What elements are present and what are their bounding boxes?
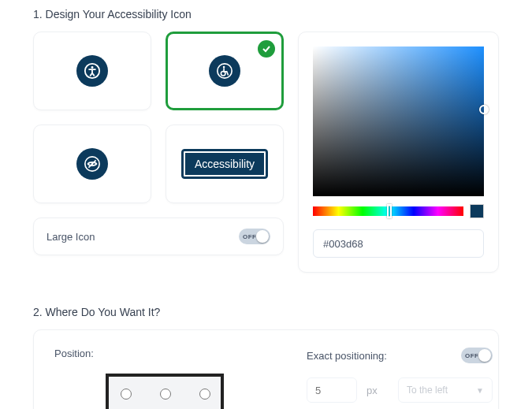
svg-point-4 [221, 71, 225, 76]
toggle-state: OFF [243, 233, 257, 240]
hex-input[interactable] [313, 229, 484, 258]
accessibility-text-button: Accessibility [181, 149, 268, 179]
svg-point-3 [223, 66, 225, 69]
svg-point-2 [218, 64, 232, 78]
person-icon [76, 55, 108, 87]
position-grid-frame [106, 374, 224, 409]
exact-row-0: px To the left ▼ [307, 377, 493, 403]
sv-cursor[interactable] [479, 105, 489, 114]
exact-positioning-toggle[interactable]: OFF [461, 348, 493, 363]
section-2-title: 2. Where Do You Want It? [33, 306, 499, 318]
chevron-down-icon: ▼ [476, 386, 484, 395]
pos-radio-1[interactable] [160, 389, 171, 400]
icon-grid: Accessibility [33, 32, 284, 203]
svg-point-1 [91, 66, 94, 69]
wheelchair-icon [209, 55, 240, 87]
saturation-value-area[interactable] [313, 46, 484, 196]
color-swatch [470, 204, 484, 218]
large-icon-row: Large Icon OFF [33, 218, 284, 255]
large-icon-toggle[interactable]: OFF [239, 229, 270, 244]
pos-radio-2[interactable] [199, 389, 210, 400]
color-picker-panel [298, 32, 499, 273]
hue-cursor[interactable] [387, 204, 392, 218]
toggle-state: OFF [465, 352, 479, 359]
icon-option-wheelchair[interactable] [166, 32, 284, 110]
icon-option-eye-slash[interactable] [33, 125, 151, 203]
hue-slider[interactable] [313, 206, 463, 216]
icon-option-person[interactable] [33, 32, 151, 110]
offset-unit-0: px [366, 385, 389, 396]
section-1-title: 1. Design Your Accessibility Icon [33, 8, 499, 20]
eye-slash-icon [76, 148, 108, 180]
offset-input-0[interactable] [307, 377, 357, 403]
large-icon-label: Large Icon [47, 231, 95, 243]
position-card: Position: Exact positioning: [33, 329, 499, 409]
check-icon [258, 40, 275, 58]
icon-option-text-button[interactable]: Accessibility [166, 125, 284, 203]
direction-select-0[interactable]: To the left ▼ [398, 377, 493, 403]
exact-positioning-label: Exact positioning: [307, 350, 387, 362]
pos-radio-0[interactable] [121, 389, 132, 400]
position-label: Position: [54, 348, 275, 359]
